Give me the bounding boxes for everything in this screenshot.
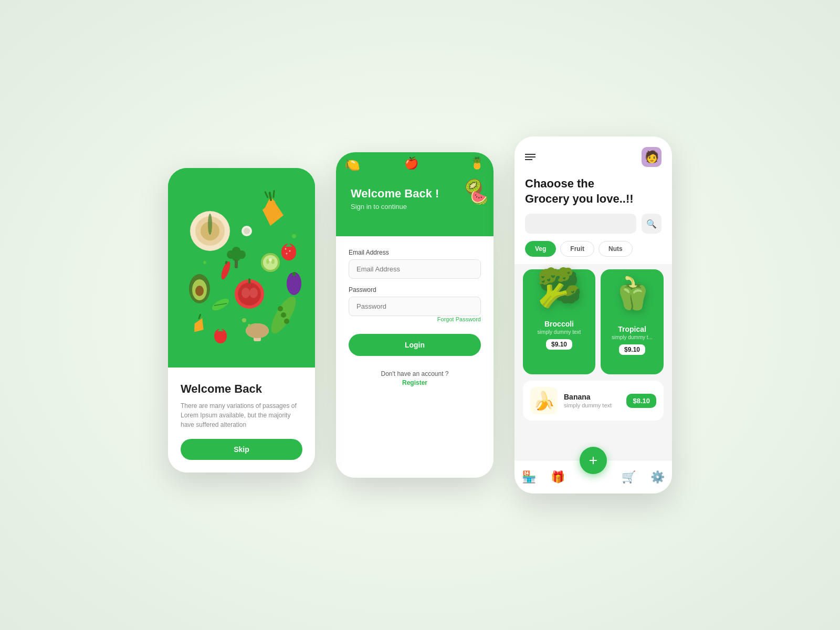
onboarding-screen: Welcome Back There are many variations o… — [168, 168, 315, 472]
nav-gift-icon[interactable]: 🎁 — [551, 470, 565, 484]
svg-point-46 — [232, 247, 240, 255]
svg-point-25 — [289, 250, 291, 252]
pineapple-icon: 🍍 — [470, 156, 484, 170]
tab-veg[interactable]: Veg — [525, 241, 556, 257]
svg-point-39 — [263, 255, 278, 270]
tab-nuts[interactable]: Nuts — [598, 241, 633, 257]
category-tabs: Veg Fruit Nuts — [514, 241, 672, 264]
tab-fruit[interactable]: Fruit — [560, 241, 594, 257]
svg-point-56 — [286, 269, 295, 273]
grocery-title-line1: Chaoose the — [525, 177, 594, 190]
user-avatar[interactable]: 🧑 — [642, 147, 662, 167]
pepper-desc: simply dummy t... — [612, 334, 653, 340]
grocery-title-section: Chaoose the Grocery you love..!! — [514, 173, 672, 214]
product-list-item-banana[interactable]: 🍌 Banana simply dummy text $8.10 — [523, 381, 664, 421]
add-item-fab[interactable]: + — [580, 447, 607, 474]
hamburger-line-2 — [525, 156, 536, 158]
svg-point-31 — [281, 312, 286, 318]
svg-rect-47 — [235, 260, 238, 268]
login-screen: 🍋 🍎 🍍 🥝 🍉 Welcome Back ! Sign in to cont… — [336, 152, 494, 478]
svg-point-24 — [285, 248, 287, 250]
hamburger-line-3 — [525, 159, 532, 160]
onboarding-description: There are many variations of passages of… — [181, 401, 302, 429]
nav-settings-icon[interactable]: ⚙️ — [650, 470, 665, 484]
search-icon: 🔍 — [646, 219, 657, 229]
broccoli-price: $9.10 — [546, 339, 572, 350]
svg-rect-15 — [248, 278, 250, 284]
email-input[interactable] — [349, 259, 481, 279]
svg-point-42 — [269, 258, 272, 261]
svg-point-26 — [286, 253, 288, 255]
grocery-title-line2: Grocery you love..!! — [525, 192, 634, 205]
skip-button[interactable]: Skip — [181, 439, 302, 460]
banana-image: 🍌 — [530, 387, 558, 414]
email-group: Email Address — [349, 249, 481, 279]
register-section: Don't have an account ? Register — [349, 369, 481, 386]
svg-point-52 — [203, 261, 206, 264]
svg-point-58 — [244, 228, 250, 234]
svg-point-53 — [292, 234, 296, 238]
plus-icon: + — [589, 452, 597, 469]
login-subtitle: Sign in to continue — [351, 203, 479, 211]
login-button[interactable]: Login — [349, 334, 481, 356]
pepper-price: $9.10 — [619, 344, 645, 355]
banana-desc: simply dummy text — [564, 402, 620, 408]
banana-name: Banana — [564, 393, 620, 401]
grocery-header: 🧑 — [514, 136, 672, 173]
email-label: Email Address — [349, 249, 481, 256]
nav-store-icon[interactable]: 🏪 — [522, 470, 536, 484]
banana-info: Banana simply dummy text — [564, 393, 620, 408]
broccoli-desc: simply dummy text — [538, 329, 581, 335]
bottom-navigation: + 🏪 🎁 🛒 ⚙️ — [514, 460, 672, 494]
password-label: Password — [349, 286, 481, 293]
no-account-text: Don't have an account ? — [381, 370, 448, 377]
grocery-title: Chaoose the Grocery you love..!! — [525, 176, 662, 206]
avatar-emoji: 🧑 — [645, 150, 659, 164]
hamburger-line-1 — [525, 154, 536, 155]
svg-point-13 — [242, 288, 250, 298]
svg-point-50 — [242, 318, 246, 322]
svg-point-32 — [284, 319, 289, 324]
svg-point-4 — [208, 214, 212, 235]
login-header: 🍋 🍎 🍍 🥝 🍉 Welcome Back ! Sign in to cont… — [336, 152, 494, 236]
search-button[interactable]: 🔍 — [642, 214, 662, 234]
register-link[interactable]: Register — [349, 379, 481, 386]
screens-container: Welcome Back There are many variations o… — [168, 136, 672, 494]
svg-rect-55 — [292, 272, 296, 276]
password-input[interactable] — [349, 297, 481, 316]
svg-point-30 — [278, 306, 283, 311]
onboarding-hero — [168, 168, 315, 368]
forgot-password-link[interactable]: Forgot Password — [349, 316, 481, 322]
grocery-screen: 🧑 Chaoose the Grocery you love..!! 🔍 Veg… — [514, 136, 672, 494]
pepper-image: 🫑 — [603, 264, 661, 322]
lemon-icon: 🍋 — [344, 158, 360, 172]
onboarding-title: Welcome Back — [181, 382, 262, 396]
nav-cart-icon[interactable]: 🛒 — [622, 470, 636, 484]
apple-icon: 🍎 — [404, 156, 418, 170]
login-welcome-title: Welcome Back ! — [351, 187, 479, 201]
featured-products-row: 🥦 Broccoli simply dummy text $9.10 🫑 Tro… — [523, 269, 664, 374]
pepper-name: Tropical — [618, 325, 646, 333]
products-list: 🥦 Broccoli simply dummy text $9.10 🫑 Tro… — [514, 264, 672, 460]
svg-point-20 — [195, 286, 204, 296]
search-input[interactable] — [525, 214, 636, 234]
svg-point-51 — [248, 324, 251, 327]
onboarding-bottom: Welcome Back There are many variations o… — [168, 368, 315, 472]
search-row: 🔍 — [514, 214, 672, 241]
product-card-pepper[interactable]: 🫑 Tropical simply dummy t... $9.10 — [601, 269, 664, 374]
broccoli-name: Broccoli — [544, 320, 574, 328]
password-group: Password Forgot Password — [349, 286, 481, 322]
svg-point-14 — [249, 288, 258, 298]
product-card-broccoli[interactable]: 🥦 Broccoli simply dummy text $9.10 — [523, 269, 595, 374]
hamburger-menu[interactable] — [525, 154, 536, 160]
login-form-body: Email Address Password Forgot Password L… — [336, 236, 494, 478]
banana-price: $8.10 — [626, 394, 656, 408]
svg-rect-0 — [168, 168, 315, 368]
broccoli-image: 🥦 — [530, 264, 588, 317]
